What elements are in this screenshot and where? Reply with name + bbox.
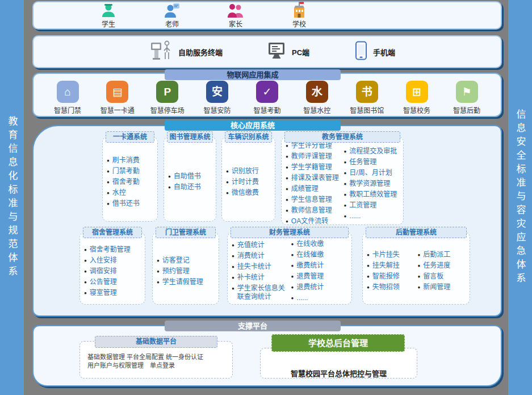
iot-module: 书 智慧图书馆 — [345, 81, 388, 115]
feature-label: 学生家长信息关联查询统计 — [237, 284, 290, 301]
iot-module-label: 智慧后勤 — [453, 105, 480, 115]
bullet-icon: ● — [344, 149, 347, 156]
feature-item: ●缴费统计 — [291, 261, 350, 270]
user-label: 学校 — [292, 19, 306, 28]
feature-item: ●失物招领 — [367, 283, 417, 292]
subsystem-academic: 教务管理系统 ●学生评分管理●教师评课管理●学生学籍管理●排课及课表管理●成绩管… — [281, 136, 404, 225]
iot-module-label: 智慧停车场 — [150, 105, 185, 115]
feature-label: 预约管理 — [162, 267, 190, 276]
bullet-icon: ● — [226, 169, 229, 176]
iot-module-label: 智慧图书馆 — [350, 105, 384, 115]
feature-item: ●补卡统计 — [232, 273, 290, 282]
subsystem-vehicle: 车辆识别系统 ●识别放行●计时计费●微信缴费 — [221, 136, 275, 222]
feature-label: 退费统计 — [296, 283, 324, 292]
feature-item: ●排课及课表管理 — [286, 174, 343, 182]
iot-module-label: 智慧门禁 — [54, 105, 81, 115]
student-icon — [100, 2, 116, 18]
school-icon — [291, 2, 307, 18]
feature-label: 计时计费 — [232, 178, 259, 186]
feature-item: ●预约管理 — [157, 267, 216, 276]
feature-item: ●后勤派工 — [418, 251, 468, 259]
iot-module: ⌂ 智慧门禁 — [46, 81, 89, 115]
bullet-icon: ● — [367, 263, 370, 270]
subsystem-finance: 财务管理系统 ●充值统计●消费统计●挂失卡统计●补卡统计●学生家长信息关联查询统… — [227, 232, 352, 305]
feature-item: ●...... — [344, 212, 401, 221]
bullet-icon: ● — [367, 285, 370, 292]
subsystem-feature-list: ●识别放行●计时计费●微信缴费 — [222, 137, 275, 221]
bullet-icon: ● — [344, 203, 347, 210]
subsystem-title: 教务管理系统 — [284, 131, 400, 143]
bullet-icon: ● — [291, 285, 294, 292]
feature-label: 日/周、月计划 — [349, 169, 392, 177]
bullet-icon: ● — [226, 180, 229, 186]
feature-label: 学生学籍管理 — [291, 163, 332, 172]
subsystem-title: 后勤管理系统 — [366, 227, 467, 238]
feature-label: 新闻管理 — [423, 283, 450, 292]
bullet-icon: ● — [232, 253, 234, 260]
smart-campus-architecture-diagram: 教育信息化标准与规范体系 信息安全标准与容灾应急体系 学生 老师 家长 — [0, 0, 532, 395]
feature-label: 失物招领 — [372, 283, 400, 292]
bullet-icon: ● — [232, 275, 234, 282]
bullet-icon: ● — [84, 280, 87, 286]
bullet-icon: ● — [344, 160, 347, 167]
iot-module-glyph: P — [164, 86, 171, 97]
subsystem-feature-list: ●宿舍考勤管理●入住安排●调宿安排●公告管理●寝室管理 — [80, 232, 145, 304]
feature-label: 挂失卡统计 — [237, 263, 271, 271]
core-section-header: 核心应用系统 — [165, 120, 341, 131]
feature-item: ●微信缴费 — [226, 189, 273, 197]
bullet-icon: ● — [107, 201, 110, 208]
iot-module-icon: 安 — [206, 81, 228, 103]
iot-module: 安 智慧安防 — [196, 81, 239, 115]
bullet-icon: ● — [291, 252, 294, 259]
subsystem-library: 图书管理系统 ●自助借书●自助还书 — [164, 136, 216, 222]
bullet-icon: ● — [291, 274, 294, 281]
bullet-icon: ● — [157, 258, 160, 265]
feature-item: ●退费管理 — [291, 272, 350, 281]
iot-module: ⊞ 智慧校务 — [395, 81, 438, 115]
feature-label: 在线收缴 — [296, 240, 324, 248]
feature-item: ●入住安排 — [84, 256, 143, 265]
bullet-icon: ● — [286, 208, 288, 215]
feature-item: ●工资管理 — [344, 201, 401, 210]
subsystem-feature-list: ●卡片挂失●挂失解挂●智能报修●失物招领●后勤派工●任务进度●留言板●新闻管理 — [363, 232, 470, 304]
feature-item: ●宿舍考勤 — [107, 178, 155, 186]
feature-item: ●刷卡消费 — [107, 156, 155, 165]
feature-item: ●日/周、月计划 — [344, 169, 401, 177]
feature-label: ...... — [349, 212, 361, 221]
iot-module-icon: 书 — [356, 81, 378, 103]
bullet-icon: ● — [107, 158, 110, 165]
subsystem-feature-list: ●学生评分管理●教师评课管理●学生学籍管理●排课及课表管理●成绩管理●学生信息管… — [282, 137, 403, 224]
terminal-pc: PC端 — [268, 42, 309, 61]
bullet-icon: ● — [232, 264, 234, 271]
terminals-panel: 自助服务终端 PC端 手机端 — [32, 35, 502, 68]
kiosk-icon — [150, 40, 173, 64]
feature-item: ●教职工绩效管理 — [344, 190, 401, 199]
feature-label: ...... — [296, 294, 308, 302]
feature-item: ●新闻管理 — [418, 283, 468, 292]
feature-item: ●学生请假管理 — [157, 278, 216, 286]
bullet-icon: ● — [286, 154, 288, 161]
user-school: 学校 — [281, 2, 317, 28]
iot-module-label: 智慧水控 — [303, 105, 330, 115]
feature-label: 访客登记 — [162, 256, 190, 265]
feature-item: ●借书还书 — [107, 199, 155, 208]
feature-item: ●教师评课管理 — [286, 152, 343, 161]
support-section-header: 支撑平台 — [165, 321, 341, 331]
bullet-icon: ● — [286, 176, 288, 182]
bullet-icon: ● — [168, 174, 171, 181]
iot-module: ✓ 智慧考勤 — [246, 81, 289, 115]
feature-item: ●自助还书 — [168, 183, 213, 192]
teacher-icon — [164, 2, 181, 18]
feature-label: 刷卡消费 — [112, 156, 140, 165]
feature-item: ●流程提交及审批 — [344, 147, 401, 156]
subsystem-gate: 门卫管理系统 ●访客登记●预约管理●学生请假管理 — [152, 232, 219, 305]
feature-label: 学生请假管理 — [162, 278, 203, 286]
users-panel: 学生 老师 家长 学校 — [32, 1, 502, 30]
feature-label: 入住安排 — [90, 256, 117, 265]
iot-module-icon: ⊞ — [406, 81, 428, 103]
user-student: 学生 — [90, 2, 127, 28]
right-pillar-label: 信息安全标准与容灾应急体系 — [516, 109, 525, 286]
bullet-icon: ● — [291, 263, 294, 270]
iot-module: ⚑ 智慧后勤 — [445, 81, 488, 115]
feature-label: 消费统计 — [237, 252, 265, 260]
